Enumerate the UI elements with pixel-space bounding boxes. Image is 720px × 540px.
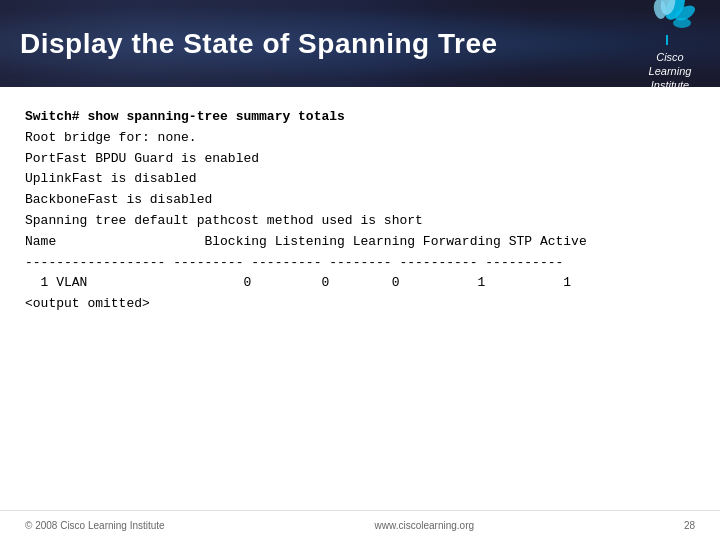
terminal-output: Switch# show spanning-tree summary total… — [25, 107, 695, 315]
header: Display the State of Spanning Tree Cisco… — [0, 0, 720, 87]
cisco-leaf-icon — [640, 0, 695, 50]
logo-area: Cisco LearningInstitute — [640, 0, 700, 87]
cisco-logo — [640, 0, 700, 50]
learning-institute-label: Cisco LearningInstitute — [649, 50, 692, 87]
footer-website: www.ciscolearning.org — [375, 520, 475, 531]
page-title: Display the State of Spanning Tree — [20, 28, 498, 60]
svg-point-2 — [673, 18, 691, 28]
footer: © 2008 Cisco Learning Institute www.cisc… — [0, 510, 720, 540]
footer-copyright: © 2008 Cisco Learning Institute — [25, 520, 165, 531]
main-content: Switch# show spanning-tree summary total… — [0, 87, 720, 540]
footer-page-number: 28 — [684, 520, 695, 531]
terminal-prompt: Switch# show spanning-tree summary total… — [25, 109, 345, 124]
